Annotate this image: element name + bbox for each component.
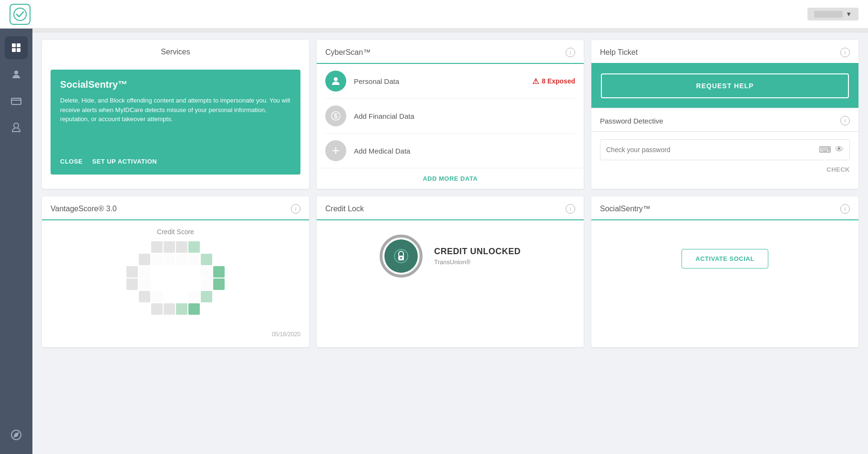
request-help-button[interactable]: REQUEST HELP <box>601 73 849 98</box>
sidebar-item-dashboard[interactable] <box>5 36 28 59</box>
medical-data-icon <box>325 140 346 161</box>
px <box>139 291 150 302</box>
px <box>176 279 187 290</box>
svg-point-0 <box>14 8 26 21</box>
px <box>213 279 225 290</box>
lock-text-group: CREDIT UNLOCKED TransUnion® <box>434 247 521 266</box>
top-bar-right: ▼ <box>807 8 858 21</box>
setup-activation-button[interactable]: SET UP ACTIVATION <box>92 158 157 165</box>
px <box>139 303 150 315</box>
px <box>126 291 138 302</box>
credit-score-label: Credit Score <box>51 228 300 236</box>
financial-data-icon: $ <box>325 105 346 126</box>
px <box>201 303 212 315</box>
password-detective-header: Password Detective i <box>591 108 858 132</box>
cyberscan-card-body: Personal Data ⚠ 8 Exposed $ Add Financia… <box>317 64 584 168</box>
services-card-body: SocialSentry™ Delete, Hide, and Block of… <box>42 62 309 182</box>
content-area: Services SocialSentry™ Delete, Hide, and… <box>32 29 868 454</box>
add-more-data-link[interactable]: ADD MORE DATA <box>317 168 584 189</box>
cyberscan-info-icon[interactable]: i <box>566 48 575 57</box>
help-ticket-info-icon[interactable]: i <box>840 48 850 57</box>
social-sentry-title: SocialSentry™ <box>60 79 291 90</box>
lock-circle-outer <box>380 235 423 278</box>
vantage-card-header: VantageScore® 3.0 i <box>42 196 309 220</box>
sidebar-item-billing[interactable] <box>5 90 28 113</box>
lock-circle-inner <box>384 239 418 273</box>
vantage-info-icon[interactable]: i <box>291 204 300 214</box>
user-menu-button[interactable]: ▼ <box>807 8 858 21</box>
cyberscan-financial-row[interactable]: $ Add Financial Data <box>325 99 575 134</box>
eye-icon[interactable]: 👁 <box>835 144 844 155</box>
password-detective-section: Password Detective i ⌨ 👁 CHECK <box>591 108 858 185</box>
close-button[interactable]: CLOSE <box>60 158 83 165</box>
keyboard-icon: ⌨ <box>819 144 831 155</box>
services-card-header: Services <box>42 40 309 62</box>
cyberscan-medical-row[interactable]: Add Medical Data <box>325 134 575 168</box>
px <box>176 266 187 278</box>
user-name-label <box>814 11 843 18</box>
px <box>188 266 200 278</box>
credit-lock-card-header: Credit Lock i <box>317 196 584 220</box>
px <box>151 266 163 278</box>
check-password-link[interactable]: CHECK <box>600 164 850 177</box>
px <box>201 291 212 302</box>
px <box>164 303 175 315</box>
px <box>151 254 163 265</box>
main-layout: Services SocialSentry™ Delete, Hide, and… <box>0 29 868 454</box>
px <box>126 266 138 278</box>
svg-rect-4 <box>17 48 21 52</box>
password-icons: ⌨ 👁 <box>819 144 844 155</box>
help-ticket-card: Help Ticket i REQUEST HELP Password Dete… <box>591 40 858 189</box>
px <box>126 303 138 315</box>
px <box>176 303 187 315</box>
svg-text:$: $ <box>334 112 338 120</box>
top-bar: ▼ <box>0 0 868 29</box>
px <box>188 241 200 253</box>
px <box>164 241 175 253</box>
credit-lock-card-title: Credit Lock <box>325 205 364 213</box>
medical-data-label: Add Medical Data <box>354 147 575 155</box>
personal-data-label: Personal Data <box>354 77 525 85</box>
social-sentry-bottom-card-title: SocialSentry™ <box>600 205 651 213</box>
cyberscan-card-title: CyberScan™ <box>325 48 371 57</box>
px <box>188 316 200 327</box>
help-ticket-card-title: Help Ticket <box>600 48 638 57</box>
px <box>176 316 187 327</box>
sidebar-item-explore[interactable] <box>5 423 28 446</box>
password-detective-title: Password Detective <box>600 117 663 125</box>
social-sentry-info-icon[interactable]: i <box>840 204 850 214</box>
px <box>151 303 163 315</box>
px <box>126 279 138 290</box>
request-help-wrapper: REQUEST HELP <box>591 64 858 108</box>
password-detective-info-icon[interactable]: i <box>840 116 850 125</box>
credit-lock-body: CREDIT UNLOCKED TransUnion® <box>317 220 584 292</box>
vantage-card-body: Credit Score <box>42 220 309 347</box>
px <box>213 303 225 315</box>
chevron-down-icon: ▼ <box>846 10 852 18</box>
sidebar-item-profile[interactable] <box>5 63 28 86</box>
activate-social-button[interactable]: ACTIVATE SOCIAL <box>682 249 768 268</box>
px <box>139 279 150 290</box>
credit-lock-info-icon[interactable]: i <box>566 204 575 214</box>
px <box>164 266 175 278</box>
password-input[interactable] <box>606 146 815 154</box>
px <box>213 241 225 253</box>
px <box>213 316 225 327</box>
px <box>176 241 187 253</box>
social-sentry-bottom-card: SocialSentry™ i ACTIVATE SOCIAL <box>591 196 858 347</box>
cyberscan-card-header: CyberScan™ i <box>317 40 584 64</box>
vantage-score-card: VantageScore® 3.0 i Credit Score <box>42 196 309 347</box>
transunion-label: TransUnion® <box>434 258 521 266</box>
vantage-card-title: VantageScore® 3.0 <box>51 205 117 213</box>
sidebar-item-identity[interactable] <box>5 116 28 139</box>
px <box>151 241 163 253</box>
px <box>151 291 163 302</box>
px <box>201 316 212 327</box>
px <box>164 279 175 290</box>
social-sentry-body: ACTIVATE SOCIAL <box>591 220 858 297</box>
px <box>201 241 212 253</box>
svg-point-5 <box>14 71 18 74</box>
svg-marker-9 <box>14 433 18 437</box>
exposed-badge: ⚠ 8 Exposed <box>532 77 575 86</box>
services-actions: CLOSE SET UP ACTIVATION <box>60 158 291 165</box>
